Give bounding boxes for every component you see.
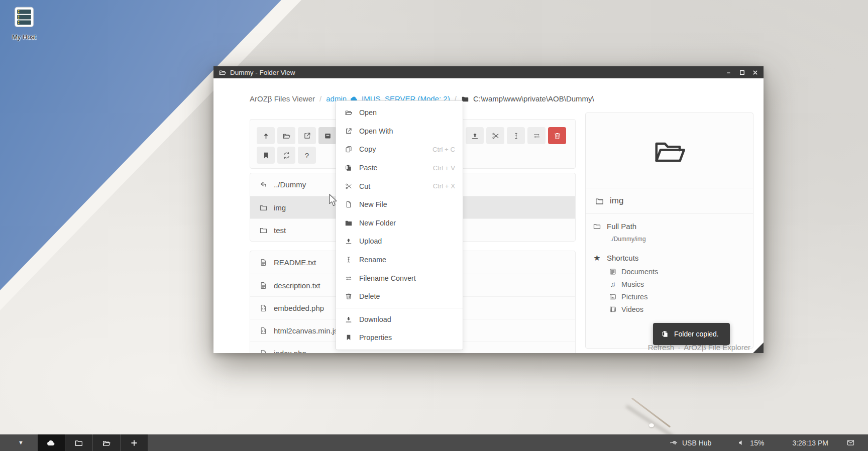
mail-icon[interactable] bbox=[846, 438, 855, 447]
copy-icon bbox=[345, 145, 353, 153]
shortcut-documents[interactable]: Documents bbox=[609, 267, 753, 276]
maximize-button[interactable] bbox=[739, 69, 745, 76]
window-titlebar[interactable]: Dummy - Folder View bbox=[213, 66, 764, 78]
arrow-up-icon bbox=[262, 132, 270, 140]
resize-handle[interactable] bbox=[753, 343, 764, 353]
shortcuts-header: ★ Shortcuts bbox=[586, 254, 753, 262]
open-button[interactable] bbox=[277, 127, 295, 144]
menu-item-new-file[interactable]: New File bbox=[336, 195, 463, 214]
taskbar-app-cloud[interactable] bbox=[38, 434, 65, 451]
speaker-icon bbox=[737, 438, 746, 447]
new-file-icon bbox=[345, 200, 353, 208]
menu-item-label: Upload bbox=[359, 237, 382, 245]
selected-item-name: img bbox=[586, 188, 753, 214]
scissors-icon bbox=[491, 132, 500, 140]
shortcut-label: Documents bbox=[621, 268, 658, 276]
bookmark-icon bbox=[345, 333, 353, 342]
system-tray: USB Hub 15% 3:28:13 PM bbox=[670, 438, 855, 447]
breadcrumb-separator: / bbox=[319, 94, 321, 103]
rename-button[interactable] bbox=[507, 127, 525, 144]
shortcut-videos[interactable]: Videos bbox=[609, 305, 753, 313]
file-row-label: html2canvas.min.js bbox=[274, 326, 338, 335]
menu-item-cut[interactable]: CutCtrl + X bbox=[336, 177, 463, 195]
usb-icon bbox=[670, 438, 678, 447]
bookmark-icon bbox=[262, 151, 270, 160]
shortcut-label: Videos bbox=[621, 305, 643, 313]
menu-divider bbox=[336, 308, 463, 308]
menu-item-shortcut: Ctrl + V bbox=[433, 164, 455, 172]
properties-button[interactable] bbox=[257, 147, 275, 164]
menu-item-properties[interactable]: Properties bbox=[336, 328, 463, 347]
menu-item-label: Open With bbox=[359, 127, 393, 135]
desktop: My Host Dummy - Folder View ArOZβ Files … bbox=[0, 0, 868, 451]
menu-item-filename-convert[interactable]: Filename Convert bbox=[336, 269, 463, 287]
music-icon: ♫ bbox=[609, 280, 617, 288]
menu-item-label: Rename bbox=[359, 256, 386, 264]
twig-shadow bbox=[626, 405, 674, 437]
close-button[interactable] bbox=[752, 69, 758, 76]
menu-item-open-with[interactable]: Open With bbox=[336, 122, 463, 141]
shortcut-musics[interactable]: ♫Musics bbox=[609, 280, 753, 288]
usb-label: USB Hub bbox=[682, 439, 711, 447]
back-icon bbox=[259, 180, 268, 189]
usb-status[interactable]: USB Hub bbox=[670, 438, 711, 447]
menu-item-delete[interactable]: Delete bbox=[336, 287, 463, 306]
filename-convert-button[interactable] bbox=[527, 127, 546, 144]
taskbar-menu-arrow[interactable]: ▼ bbox=[18, 440, 24, 445]
cut-button[interactable] bbox=[486, 127, 504, 144]
item-details: Full Path ./Dummy/img ★ Shortcuts Docume… bbox=[586, 214, 753, 321]
window-folder-icon bbox=[219, 68, 227, 76]
shortcut-pictures[interactable]: Pictures bbox=[609, 292, 753, 301]
scissors-icon bbox=[345, 182, 353, 190]
window-title: Dummy - Folder View bbox=[230, 69, 295, 76]
folder-icon bbox=[595, 196, 604, 206]
plus-icon bbox=[130, 438, 139, 447]
desktop-icon-my-host[interactable]: My Host bbox=[4, 6, 44, 41]
paste-icon bbox=[661, 330, 669, 338]
toast-notification: Folder copied. bbox=[653, 323, 730, 345]
volume-status[interactable]: 15% bbox=[737, 438, 764, 447]
menu-item-label: Properties bbox=[359, 333, 392, 342]
taskbar-app-add[interactable] bbox=[121, 434, 148, 451]
open-with-button[interactable] bbox=[298, 127, 316, 144]
file-row-label: embedded.php bbox=[274, 304, 324, 312]
taskbar-launcher bbox=[38, 434, 148, 451]
menu-item-new-folder[interactable]: New Folder bbox=[336, 214, 463, 233]
menu-item-label: Paste bbox=[359, 164, 378, 172]
menu-item-rename[interactable]: Rename bbox=[336, 251, 463, 269]
upload-button[interactable] bbox=[466, 127, 484, 144]
file-code-icon bbox=[259, 326, 268, 335]
trash-icon bbox=[553, 132, 562, 140]
file-text-icon bbox=[259, 281, 268, 290]
external-icon bbox=[345, 127, 353, 135]
folder-icon bbox=[593, 222, 601, 231]
full-path-value: ./Dummy/img bbox=[586, 236, 753, 243]
external-icon bbox=[303, 132, 311, 140]
properties-panel: img Full Path ./Dummy/img ★ Shortcuts Do… bbox=[585, 112, 753, 349]
delete-button[interactable] bbox=[548, 127, 566, 144]
menu-item-download[interactable]: Download bbox=[336, 310, 463, 329]
menu-item-upload[interactable]: Upload bbox=[336, 232, 463, 251]
ibeam-icon bbox=[345, 256, 353, 264]
refresh-button[interactable] bbox=[277, 147, 295, 164]
up-button[interactable] bbox=[257, 127, 275, 144]
shortcut-list: Documents♫MusicsPicturesVideos bbox=[586, 267, 753, 313]
archive-button[interactable] bbox=[318, 127, 337, 144]
breadcrumb-path: C:\wamp\www\private\AOB\Dummy\ bbox=[461, 94, 594, 103]
menu-item-paste[interactable]: PasteCtrl + V bbox=[336, 159, 463, 177]
minimize-button[interactable] bbox=[726, 69, 732, 76]
file-row-label: index.php bbox=[274, 349, 306, 354]
menu-item-copy[interactable]: CopyCtrl + C bbox=[336, 140, 463, 159]
menu-item-open[interactable]: Open bbox=[336, 103, 463, 122]
shortcut-label: Pictures bbox=[621, 293, 647, 301]
ibeam-icon bbox=[512, 132, 520, 140]
taskbar-app-folder[interactable] bbox=[65, 434, 92, 451]
help-button[interactable]: ? bbox=[298, 147, 316, 164]
folder-row-label: test bbox=[274, 226, 286, 235]
taskbar-app-files[interactable] bbox=[93, 434, 120, 451]
menu-item-shortcut: Ctrl + C bbox=[432, 146, 455, 153]
question-icon: ? bbox=[303, 151, 311, 160]
menu-item-label: Open bbox=[359, 108, 377, 117]
server-icon bbox=[13, 22, 36, 31]
taskbar: ▼ USB Hub 15% 3:28:13 PM bbox=[0, 434, 868, 451]
